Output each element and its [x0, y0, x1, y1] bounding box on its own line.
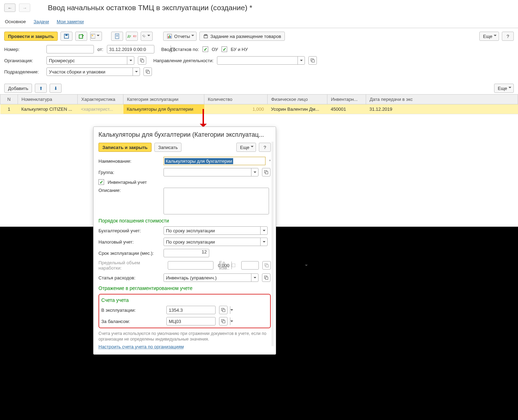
article-label: Статья расходов:: [98, 275, 160, 280]
org-input[interactable]: [46, 56, 134, 65]
unit-input[interactable]: [241, 261, 259, 270]
svg-rect-17: [141, 60, 144, 62]
tab-notes[interactable]: Мои заметки: [57, 17, 84, 26]
svg-rect-21: [147, 71, 149, 73]
article-open[interactable]: [262, 273, 270, 282]
dept-open[interactable]: [143, 67, 152, 76]
unit-open[interactable]: [262, 261, 271, 270]
bunu-checkbox[interactable]: [222, 46, 227, 52]
dk-button[interactable]: [90, 32, 102, 41]
desc-label: Описание:: [98, 188, 160, 193]
offbal-open[interactable]: [219, 317, 228, 325]
tab-main[interactable]: Основное: [5, 17, 26, 26]
dir-label: Направление деятельности:: [153, 58, 213, 63]
name-label: Наименование:: [98, 159, 160, 164]
group-open[interactable]: [262, 168, 270, 176]
offbal-input[interactable]: [166, 317, 216, 325]
nav-forward[interactable]: →: [19, 4, 30, 12]
dir-open[interactable]: [308, 56, 317, 65]
table-more-button[interactable]: Еще: [494, 84, 514, 93]
article-input[interactable]: [164, 273, 258, 282]
svg-rect-28: [266, 277, 268, 279]
nav-back[interactable]: ←: [4, 4, 15, 12]
ou-checkbox[interactable]: [203, 46, 208, 52]
dept-label: Подразделение:: [4, 69, 43, 75]
accounts-highlight: Счета учета В эксплуатации: За балансом:: [98, 294, 271, 328]
svg-rect-32: [223, 321, 225, 323]
org-open[interactable]: [138, 56, 146, 65]
dtkt-icon-button[interactable]: ДтКт: [126, 32, 138, 41]
popup-scrollbar[interactable]: [271, 142, 274, 346]
acc-input[interactable]: [164, 226, 268, 235]
dept-input[interactable]: [46, 67, 140, 76]
svg-rect-4: [92, 35, 93, 36]
annotation-arrow: [203, 109, 204, 125]
more-button[interactable]: Еще: [479, 32, 499, 41]
inventory-checkbox[interactable]: [98, 179, 104, 185]
placement-button[interactable]: Задание на размещение товаров: [199, 32, 285, 41]
name-input[interactable]: Калькуляторы для бухгалтерии: [164, 157, 266, 165]
add-button[interactable]: Добавить: [4, 84, 32, 93]
number-label: Номер:: [4, 47, 43, 52]
reports-button[interactable]: Отчеты: [163, 32, 197, 41]
popup-more[interactable]: Еще: [236, 143, 256, 152]
items-table: N Номенклатура Характеристика Категория …: [0, 94, 518, 114]
save-icon-button[interactable]: [60, 32, 72, 41]
group-label: Группа:: [98, 170, 160, 175]
maxvol-input[interactable]: [168, 261, 213, 270]
svg-rect-10: [169, 35, 170, 38]
tax-input[interactable]: [164, 238, 268, 246]
org-label: Организация:: [4, 58, 43, 63]
section-accounts: Счета учета: [101, 297, 268, 303]
svg-rect-23: [266, 172, 268, 174]
accounts-hint: Счета учета используются по умолчанию пр…: [98, 331, 271, 342]
section-cost: Порядок погашения стоимости: [98, 218, 271, 224]
popup-save-close[interactable]: Записать и закрыть: [98, 143, 152, 152]
doc-icon-button[interactable]: [111, 32, 123, 41]
post-close-button[interactable]: Провести и закрыть: [4, 32, 58, 41]
from-label: от:: [97, 47, 103, 52]
svg-rect-26: [266, 265, 268, 267]
offbal-label: За балансом:: [101, 319, 163, 324]
tab-tasks[interactable]: Задачи: [34, 17, 49, 26]
popup-help[interactable]: ?: [259, 143, 271, 152]
move-down-button[interactable]: ⬇: [50, 84, 62, 93]
page-title: Ввод начальных остатков ТМЦ в эксплуатац…: [48, 4, 252, 12]
desc-input[interactable]: [164, 188, 269, 214]
svg-rect-11: [170, 36, 171, 38]
section-reg: Отражение в регламентированном учете: [98, 285, 271, 291]
svg-rect-30: [223, 309, 225, 312]
term-label: Срок эксплуатации (мес.):: [98, 251, 160, 256]
group-input[interactable]: [164, 168, 258, 176]
tax-label: Налоговый учет:: [98, 239, 160, 245]
date-input[interactable]: [107, 45, 154, 53]
svg-rect-19: [312, 60, 314, 62]
help-button[interactable]: ?: [502, 32, 514, 41]
table-row[interactable]: 1 Калькулятор CITIZEN ... <характерист..…: [0, 104, 518, 114]
category-popup: Калькуляторы для бухгалтерии (Категории …: [93, 127, 276, 355]
attach-button[interactable]: [141, 32, 153, 41]
acc-label: Бухгалтерский учет:: [98, 228, 160, 233]
svg-rect-9: [168, 36, 169, 38]
balances-label: Ввод остатков по:: [161, 47, 199, 52]
post-icon-button[interactable]: [75, 32, 87, 41]
maxvol-label: Предельный объем наработки:: [98, 260, 164, 271]
number-input[interactable]: [46, 45, 94, 53]
dir-input[interactable]: [217, 56, 305, 65]
popup-title: Калькуляторы для бухгалтерии (Категории …: [98, 131, 271, 138]
inuse-label: В эксплуатации:: [101, 308, 163, 313]
inuse-open[interactable]: [219, 306, 228, 314]
popup-save[interactable]: Записать: [154, 143, 182, 152]
inuse-input[interactable]: [166, 306, 216, 314]
move-up-button[interactable]: ⬆: [35, 84, 47, 93]
term-input[interactable]: 12: [164, 249, 209, 257]
svg-rect-1: [65, 34, 68, 36]
configure-accounts-link[interactable]: Настроить счета учета по организациям: [98, 344, 184, 349]
